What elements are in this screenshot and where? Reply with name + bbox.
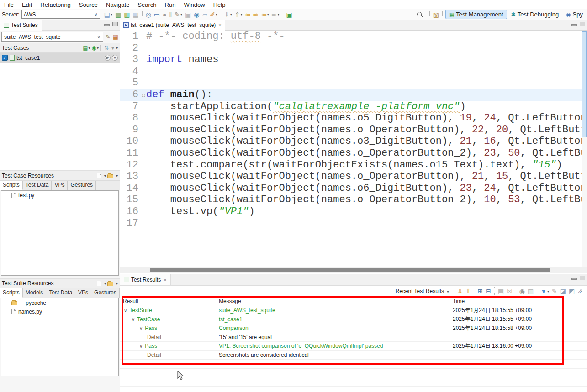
back-nav-icon[interactable]: ⇦▾	[260, 10, 270, 19]
list-item[interactable]: test.py	[1, 191, 118, 199]
chevron-expanded-icon[interactable]: ∨	[139, 344, 143, 349]
record-snippet-icon[interactable]: ▥	[123, 10, 131, 19]
list-item[interactable]: names.py	[1, 307, 118, 316]
menu-help[interactable]: Help	[209, 1, 230, 9]
column-result[interactable]: Result	[120, 297, 216, 306]
launch-aut-icon[interactable]: ▭	[153, 10, 161, 19]
code-line[interactable]: 8 mouseClick(waitForObject(names.o5_Digi…	[120, 112, 582, 124]
table-row[interactable]: ∨TestCasetst_case12025年1月24日 18:15:55 +0…	[120, 315, 587, 324]
globe-icon[interactable]: ◉	[193, 10, 200, 19]
run-settings-icon[interactable]: ▣	[184, 10, 192, 19]
run-test-suite-icon[interactable]: ◉▾	[92, 45, 99, 51]
record-test-case-icon[interactable]: ▥	[114, 10, 122, 19]
suite-settings-icon[interactable]: ✎	[106, 33, 111, 40]
edit-pen-icon[interactable]: ✎▾	[174, 10, 183, 19]
tab-test-suites[interactable]: Test Suites	[0, 20, 42, 31]
menu-navigate[interactable]: Navigate	[102, 1, 133, 9]
scrollbar-thumb[interactable]	[150, 268, 550, 272]
delete-results-icon[interactable]: ☒	[506, 287, 513, 296]
perspective-test-management[interactable]: ▦Test Management	[445, 10, 507, 19]
code-line[interactable]: 15 mouseClick(waitForObject(names.o_Oper…	[120, 194, 582, 206]
close-icon[interactable]: ×	[218, 22, 221, 28]
table-row[interactable]: ∨PassVP1: Screenshot comparison of 'o_QQ…	[120, 342, 587, 351]
code-line[interactable]: 11 mouseClick(waitForObject(names.o_Oper…	[120, 147, 582, 159]
close-icon[interactable]: ×	[164, 277, 166, 282]
code-line[interactable]: 7 startApplication("calqlatrexample -pla…	[120, 101, 582, 113]
sort-icon[interactable]: ⇅	[104, 45, 109, 51]
new-folder-icon[interactable]: ▾	[107, 173, 118, 178]
collapse-all-icon[interactable]: ⊟	[485, 287, 492, 296]
tcr-tab-test-data[interactable]: Test Data	[23, 181, 52, 190]
checkbox-checked-icon[interactable]: ✓	[2, 55, 8, 61]
scrollbar-thumb[interactable]	[582, 31, 587, 137]
chevron-expanded-icon[interactable]: ∨	[124, 308, 127, 313]
filter-icon[interactable]: ▼▾	[539, 287, 550, 296]
quick-launch-icon[interactable]: ✐▾	[209, 10, 218, 19]
recent-test-results-combo[interactable]: Recent Test Results ▾	[395, 288, 449, 294]
forward-nav-icon[interactable]: ⇨▾	[271, 10, 280, 19]
new-folder-icon[interactable]: ▾	[107, 281, 118, 286]
filter-icon[interactable]: ▼▾	[110, 45, 118, 51]
column-time[interactable]: Time	[450, 297, 561, 306]
open-external-icon[interactable]: ⇗	[576, 287, 584, 296]
tsr-tab-scripts[interactable]: Scripts	[0, 288, 23, 298]
code-line[interactable]: 5	[120, 77, 582, 89]
maximize-icon[interactable]	[580, 22, 585, 26]
last-edit-location-icon[interactable]: ▣	[286, 10, 293, 19]
menu-search[interactable]: Search	[133, 1, 160, 9]
table-row[interactable]: Detail'15' and '15' are equal	[120, 333, 587, 342]
forward-history-icon[interactable]: ⇨	[252, 10, 259, 19]
editor-tab[interactable]: P tst_case1 (suite_AWS_test_squite) ×	[120, 20, 225, 31]
minimize-icon[interactable]	[104, 24, 110, 26]
record-test-case-icon[interactable]: ●	[112, 55, 118, 61]
table-row[interactable]: DetailScreenshots are considered identic…	[120, 351, 587, 360]
tcr-tab-scripts[interactable]: Scripts	[0, 181, 23, 190]
open-perspective-icon[interactable]: ▧	[432, 10, 440, 19]
new-file-icon[interactable]: ▾	[97, 281, 106, 286]
object-spy-icon[interactable]: ◎	[145, 10, 152, 19]
save-icon[interactable]: ▦	[132, 10, 139, 19]
perspective-spy[interactable]: ◉Spy	[563, 10, 586, 19]
menu-file[interactable]: File	[0, 1, 18, 9]
chevron-expanded-icon[interactable]: ∨	[132, 317, 135, 322]
run-test-case-icon[interactable]: ▶	[105, 55, 111, 61]
expand-all-icon[interactable]: ⊞	[476, 287, 484, 296]
menu-source[interactable]: Source	[75, 1, 102, 9]
import-results-icon[interactable]: ◩	[568, 287, 576, 296]
maximize-icon[interactable]	[580, 276, 585, 280]
minimize-icon[interactable]	[571, 24, 577, 26]
tab-test-results[interactable]: Test Results ×	[120, 274, 171, 285]
back-history-icon[interactable]: ⇦	[244, 10, 252, 19]
suite-combo[interactable]: suite_AWS_test_squite ∨	[1, 32, 103, 42]
search-icon[interactable]	[417, 11, 423, 18]
code-line[interactable]: 13 mouseClick(waitForObject(names.o_Oper…	[120, 171, 582, 183]
code-line[interactable]: 2	[120, 42, 582, 54]
tcr-tab-vps[interactable]: VPs	[52, 181, 68, 190]
table-row[interactable]: ∨TestSuitesuite_AWS_test_squite2025年1月24…	[120, 306, 587, 315]
server-combo[interactable]: AWS ∨	[21, 10, 100, 19]
perspective-test-debugging[interactable]: ✱Test Debugging	[508, 10, 562, 19]
menu-window[interactable]: Window	[180, 1, 209, 9]
test-case-row[interactable]: ✓tst_case1▶●	[0, 53, 120, 63]
tsr-tab-test-data[interactable]: Test Data	[46, 288, 75, 298]
tsr-tab-vps[interactable]: VPs	[75, 288, 91, 298]
list-item[interactable]: __pycache__	[1, 298, 118, 307]
menu-refactoring[interactable]: Refactoring	[36, 1, 74, 9]
code-line[interactable]: 6def main():	[120, 89, 582, 101]
code-editor[interactable]: 1# -*- coding: utf-8 -*-23import names45…	[120, 31, 582, 267]
clear-results-icon[interactable]: ✎	[551, 287, 558, 296]
compare-results-icon[interactable]: ▤	[497, 287, 505, 296]
editor-vertical-scrollbar[interactable]	[582, 31, 587, 267]
editor-horizontal-scrollbar[interactable]	[120, 267, 587, 273]
code-line[interactable]: 14 mouseClick(waitForObject(names.o6_Dig…	[120, 183, 582, 194]
debug-test-icon[interactable]: ⇑▾	[234, 10, 243, 19]
menu-edit[interactable]: Edit	[18, 1, 36, 9]
previous-failure-icon[interactable]: ⇧	[465, 287, 472, 296]
minimize-icon[interactable]	[571, 278, 577, 280]
run-test-icon[interactable]: ⇓▾	[223, 10, 233, 19]
menu-run[interactable]: Run	[161, 1, 180, 9]
code-line[interactable]: 9 mouseClick(waitForObject(names.o_Opera…	[120, 124, 582, 136]
new-file-icon[interactable]: ▾	[97, 173, 106, 178]
record-icon[interactable]: ●	[162, 10, 167, 19]
export-results-icon[interactable]: ◪	[559, 287, 567, 296]
